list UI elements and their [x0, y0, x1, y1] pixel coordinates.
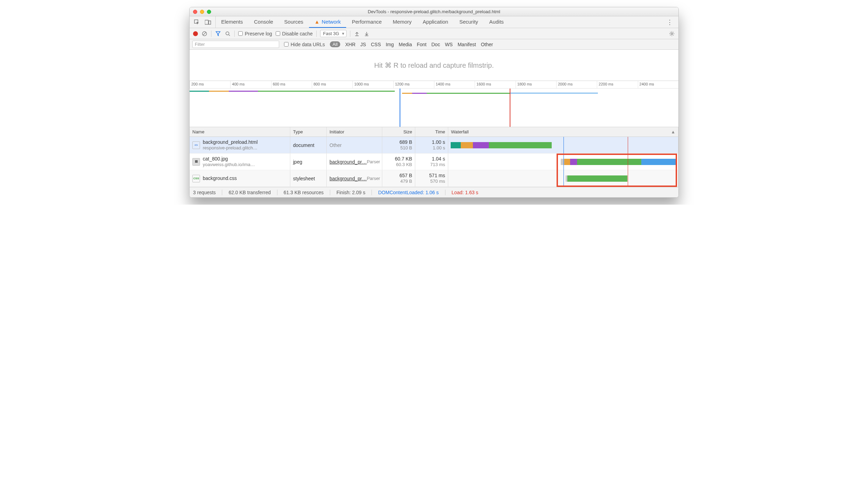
svg-line-4	[203, 32, 206, 35]
disable-cache-checkbox[interactable]: Disable cache	[276, 31, 313, 36]
domcontentloaded-marker	[564, 137, 564, 187]
titlebar: DevTools - responsive-preload.glitch.me/…	[190, 7, 678, 16]
request-row[interactable]: CSSbackground.css stylesheet background_…	[190, 170, 678, 187]
filter-type-all[interactable]: All	[330, 41, 340, 47]
tab-performance[interactable]: Performance	[346, 16, 387, 28]
filter-type-img[interactable]: Img	[386, 42, 394, 47]
filter-type-font[interactable]: Font	[417, 42, 426, 47]
request-name: cat_800.jpg	[203, 156, 255, 162]
svg-rect-1	[205, 20, 208, 24]
svg-point-9	[671, 33, 673, 34]
record-button[interactable]	[193, 31, 198, 36]
request-list: <>background_preload.htmlresponsive-prel…	[190, 137, 678, 187]
html-file-icon: <>	[192, 141, 200, 149]
tab-console[interactable]: Console	[249, 16, 279, 28]
overview-timeline[interactable]: 200 ms400 ms600 ms800 ms1000 ms1200 ms14…	[190, 81, 678, 127]
inspect-element-icon[interactable]	[194, 19, 200, 25]
column-type[interactable]: Type	[290, 127, 327, 137]
filter-input[interactable]: Filter	[192, 41, 279, 48]
column-name[interactable]: Name	[190, 127, 290, 137]
request-name: background_preload.html	[203, 139, 258, 145]
search-icon[interactable]	[225, 31, 231, 37]
request-row[interactable]: 🖼cat_800.jpgyoavweiss.github.io/ima… jpe…	[190, 154, 678, 170]
panel-tabstrip: Elements Console Sources ▲Network Perfor…	[190, 16, 678, 28]
preserve-log-checkbox[interactable]: Preserve log	[238, 31, 272, 36]
hide-data-urls-checkbox[interactable]: Hide data URLs	[284, 42, 325, 47]
filter-type-css[interactable]: CSS	[371, 42, 381, 47]
column-waterfall[interactable]: Waterfall▲	[448, 127, 678, 137]
device-toolbar-icon[interactable]	[205, 19, 211, 25]
initiator-link[interactable]: background_pr…	[329, 159, 367, 165]
filter-type-js[interactable]: JS	[360, 42, 366, 47]
request-name: background.css	[203, 175, 237, 181]
status-resources: 61.3 KB resources	[284, 190, 324, 195]
column-size[interactable]: Size	[382, 127, 415, 137]
tab-audits[interactable]: Audits	[484, 16, 509, 28]
timeline-ruler: 200 ms400 ms600 ms800 ms1000 ms1200 ms14…	[190, 81, 678, 89]
status-transferred: 62.0 KB transferred	[228, 190, 270, 195]
svg-line-6	[229, 35, 230, 36]
network-columns-header: Name Type Initiator Size Time Waterfall▲	[190, 127, 678, 137]
tab-sources[interactable]: Sources	[279, 16, 309, 28]
filmstrip-hint: Hit ⌘ R to reload and capture filmstrip.	[190, 50, 678, 81]
upload-har-icon[interactable]	[354, 31, 360, 37]
more-options-icon[interactable]: ⋮	[661, 16, 678, 28]
request-row[interactable]: <>background_preload.htmlresponsive-prel…	[190, 137, 678, 154]
throttling-select[interactable]: Fast 3G	[320, 30, 347, 37]
status-domcontentloaded: DOMContentLoaded: 1.06 s	[378, 190, 439, 195]
filter-bar: Filter Hide data URLs All XHR JS CSS Img…	[190, 39, 678, 50]
column-initiator[interactable]: Initiator	[327, 127, 382, 137]
clear-icon[interactable]	[201, 31, 208, 37]
settings-gear-icon[interactable]	[669, 31, 675, 37]
devtools-window: DevTools - responsive-preload.glitch.me/…	[189, 7, 679, 198]
css-file-icon: CSS	[192, 175, 200, 182]
window-title: DevTools - responsive-preload.glitch.me/…	[190, 9, 678, 14]
status-load: Load: 1.63 s	[452, 190, 478, 195]
status-requests: 3 requests	[193, 190, 216, 195]
filter-type-other[interactable]: Other	[481, 42, 493, 47]
filter-type-doc[interactable]: Doc	[431, 42, 440, 47]
warning-icon: ▲	[315, 19, 320, 25]
filter-type-manifest[interactable]: Manifest	[458, 42, 476, 47]
sort-arrow-icon: ▲	[671, 129, 675, 134]
initiator-link[interactable]: background_pr…	[329, 176, 367, 181]
load-marker	[628, 137, 628, 187]
status-finish: Finish: 2.09 s	[336, 190, 365, 195]
column-time[interactable]: Time	[415, 127, 448, 137]
filter-type-xhr[interactable]: XHR	[345, 42, 356, 47]
tab-application[interactable]: Application	[417, 16, 454, 28]
tab-memory[interactable]: Memory	[387, 16, 417, 28]
filter-icon[interactable]	[215, 31, 221, 37]
tab-network[interactable]: ▲Network	[309, 16, 347, 28]
status-bar: 3 requests 62.0 KB transferred 61.3 KB r…	[190, 187, 678, 197]
filter-type-ws[interactable]: WS	[445, 42, 453, 47]
tab-elements[interactable]: Elements	[216, 16, 249, 28]
tab-security[interactable]: Security	[454, 16, 484, 28]
download-har-icon[interactable]	[364, 31, 370, 37]
svg-point-5	[226, 32, 229, 35]
filter-type-media[interactable]: Media	[399, 42, 412, 47]
svg-rect-2	[209, 21, 211, 24]
image-file-icon: 🖼	[192, 158, 200, 166]
network-toolbar: Preserve log Disable cache Fast 3G	[190, 28, 678, 39]
